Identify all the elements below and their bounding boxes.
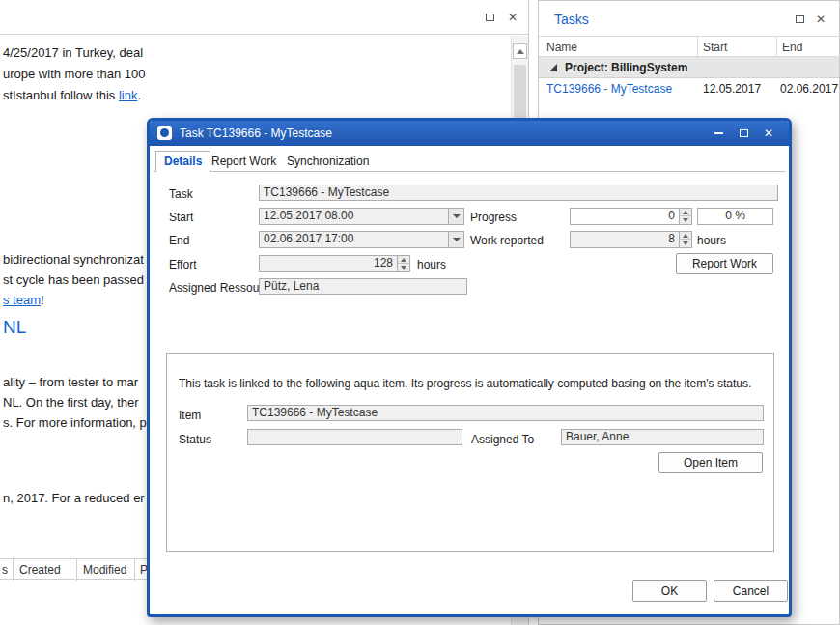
column-header-start[interactable]: Start (703, 41, 727, 54)
scroll-up-icon (517, 49, 524, 54)
tab-details[interactable]: Details (155, 151, 210, 172)
article-text: . (137, 88, 141, 102)
spin-up-icon (401, 258, 406, 262)
maximize-icon (486, 14, 494, 21)
column-header-created[interactable]: Created (19, 563, 61, 577)
article-text-line: bidirectional synchronizat (3, 252, 144, 267)
column-divider (776, 37, 777, 58)
maximize-button[interactable] (480, 9, 499, 26)
tab-synchronization[interactable]: Synchronization (287, 155, 369, 168)
article-text-line: ality – from tester to mar (3, 375, 138, 389)
start-value: 12.05.2017 08:00 (264, 209, 353, 222)
maximize-button[interactable] (790, 11, 809, 28)
column-header-name[interactable]: Name (546, 41, 577, 54)
tasks-grid-header: Name Start End (539, 36, 839, 57)
dialog-titlebar[interactable]: Task TC139666 - MyTestcase ✕ (150, 121, 789, 146)
item-label: Item (179, 409, 201, 422)
work-reported-value: 8 (668, 232, 675, 245)
article-link[interactable]: link (119, 88, 138, 102)
maximize-icon (796, 15, 804, 23)
close-icon: ✕ (508, 11, 518, 24)
task-start-date: 12.05.2017 (703, 82, 761, 96)
column-divider (134, 559, 135, 581)
open-item-button[interactable]: Open Item (658, 452, 763, 473)
close-icon: ✕ (816, 13, 826, 26)
article-text-line: 4/25/2017 in Turkey, deal (3, 45, 143, 60)
linked-item-groupbox: This task is linked to the following aqu… (166, 353, 774, 552)
tab-report-work[interactable]: Report Work (211, 155, 276, 168)
group-row-billingsystem[interactable]: Project: BillingSystem (539, 57, 839, 78)
article-text: stIstanbul follow this (3, 88, 119, 102)
hours-label: hours (417, 258, 446, 271)
left-window-titlebar[interactable]: ✕ (0, 0, 528, 35)
article-text-line: s team! (3, 293, 44, 307)
status-field[interactable] (247, 429, 462, 445)
close-icon: ✕ (764, 127, 773, 140)
ok-button[interactable]: OK (632, 580, 707, 602)
column-divider (76, 559, 77, 581)
start-dropdown-button[interactable] (448, 209, 463, 224)
chevron-down-icon (453, 238, 461, 241)
assigned-to-label: Assigned To (471, 433, 534, 446)
assigned-to-field[interactable]: Bauer, Anne (561, 429, 764, 445)
item-field[interactable]: TC139666 - MyTestcase (247, 405, 764, 421)
article-text-line: st cycle has been passed (3, 272, 144, 287)
column-divider (13, 559, 14, 581)
end-label: End (169, 234, 189, 247)
end-datetime-input[interactable]: 02.06.2017 17:00 (259, 231, 464, 248)
section-heading: NL (3, 317, 26, 338)
tab-strip-divider (154, 171, 785, 172)
progress-input[interactable]: 0 (570, 208, 692, 225)
article-text-line: NL. On the first day, ther (3, 395, 139, 410)
assigned-ressource-field[interactable]: Pütz, Lena (259, 278, 467, 295)
effort-spin-buttons[interactable] (397, 256, 409, 271)
task-row[interactable]: TC139666 - MyTestcase 12.05.2017 02.06.2… (539, 78, 839, 99)
spin-down-icon (401, 266, 406, 270)
task-field[interactable]: TC139666 - MyTestcase (259, 185, 778, 201)
progress-label: Progress (470, 211, 517, 224)
effort-input[interactable]: 128 (259, 255, 410, 272)
column-header-end[interactable]: End (782, 41, 802, 54)
close-button[interactable]: ✕ (503, 9, 522, 26)
dialog-title: Task TC139666 - MyTestcase (180, 121, 332, 146)
hours-label: hours (697, 234, 726, 247)
article-text-line: s. For more information, pl (3, 415, 150, 430)
cancel-button[interactable]: Cancel (714, 580, 788, 602)
work-reported-spin-buttons[interactable] (679, 232, 691, 247)
app-icon (157, 126, 172, 140)
task-end-date: 02.06.2017 (780, 82, 838, 96)
effort-label: Effort (169, 258, 196, 271)
task-link[interactable]: TC139666 - MyTestcase (546, 82, 672, 96)
close-button[interactable]: ✕ (758, 125, 779, 142)
progress-percent-display: 0 % (697, 208, 773, 225)
task-label: Task (169, 187, 193, 201)
minimize-button[interactable] (708, 125, 729, 142)
screen: ✕ 4/25/2017 in Turkey, deal urope with m… (0, 0, 840, 625)
maximize-button[interactable] (733, 125, 754, 142)
spin-up-icon (683, 234, 688, 238)
article-link[interactable]: s team (3, 293, 41, 307)
minimize-icon (714, 132, 723, 134)
column-header-modified[interactable]: Modified (83, 563, 126, 577)
close-button[interactable]: ✕ (811, 11, 830, 28)
spin-down-icon (683, 241, 688, 245)
start-datetime-input[interactable]: 12.05.2017 08:00 (259, 208, 464, 225)
tasks-panel-title: Tasks (554, 12, 589, 27)
article-text: ! (41, 293, 44, 307)
work-reported-input[interactable]: 8 (570, 231, 692, 248)
end-dropdown-button[interactable] (448, 232, 463, 247)
article-text-line: n, 2017. For a reduced er (3, 491, 145, 505)
column-header[interactable]: s (2, 563, 8, 577)
report-work-button[interactable]: Report Work (676, 253, 773, 274)
group-label: Project: BillingSystem (565, 61, 687, 74)
progress-spin-buttons[interactable] (679, 209, 691, 224)
status-label: Status (179, 433, 211, 446)
column-divider (697, 37, 698, 58)
scroll-up-button[interactable] (513, 43, 527, 59)
group-expand-icon (549, 64, 557, 71)
end-value: 02.06.2017 17:00 (264, 232, 353, 245)
article-text-line: urope with more than 100 (3, 67, 145, 81)
article-text-line: stIstanbul follow this link. (3, 88, 141, 102)
effort-value: 128 (374, 256, 393, 270)
linked-item-info: This task is linked to the following aqu… (179, 377, 751, 390)
